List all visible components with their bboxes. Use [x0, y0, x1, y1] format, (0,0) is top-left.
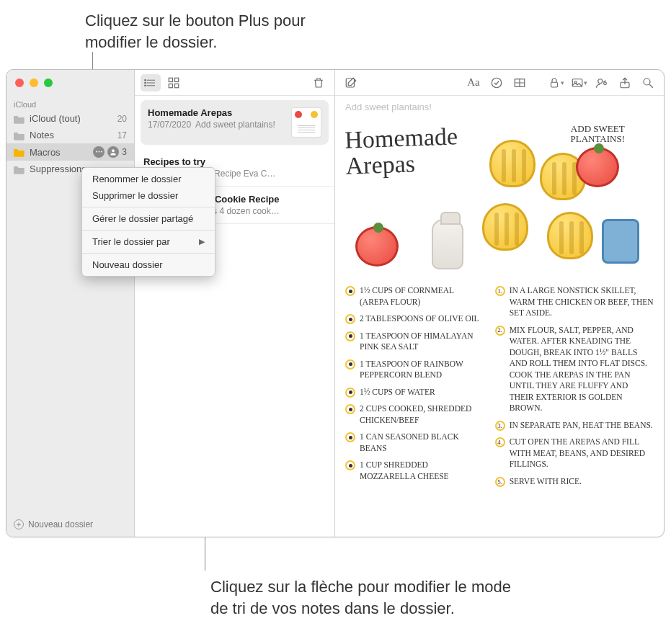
format-icon: Aa: [467, 76, 480, 89]
note-title: Homemade Arepas: [148, 107, 275, 118]
compose-icon: [345, 76, 357, 89]
pepper-drawing: [547, 212, 593, 259]
svg-rect-7: [169, 78, 172, 81]
svg-line-23: [649, 84, 653, 88]
sidebar-item-label: iCloud (tout): [30, 113, 81, 124]
plus-icon: +: [14, 519, 24, 529]
window-controls: [6, 70, 134, 96]
search-button[interactable]: [638, 74, 658, 91]
grid-view-button[interactable]: [164, 74, 184, 91]
menu-separator: [82, 207, 215, 207]
ingredient-item: 1 can seasoned black beans: [345, 431, 481, 454]
shared-icon: [107, 146, 119, 158]
new-folder-label: Nouveau dossier: [28, 519, 93, 529]
ingredient-item: 2 tablespoons of olive oil: [345, 313, 481, 325]
annotation-bottom: Cliquez sur la flèche pour modifier le m…: [210, 576, 513, 619]
pepper-drawing: [482, 203, 528, 251]
svg-rect-10: [175, 84, 179, 87]
table-button[interactable]: [510, 74, 530, 91]
list-view-button[interactable]: [141, 74, 161, 91]
step-number-icon: 2.: [495, 326, 505, 336]
can-drawing: [602, 219, 639, 264]
lock-icon: [548, 76, 561, 89]
format-button[interactable]: Aa: [463, 74, 484, 91]
menu-sort-folder-by[interactable]: Trier le dossier par ▶: [82, 233, 215, 250]
step-number-icon: 5.: [495, 477, 505, 487]
sidebar-item-count: 17: [117, 130, 127, 140]
menu-separator: [82, 253, 215, 254]
search-icon: [641, 76, 654, 89]
hand-title: HomemadeArepas: [345, 123, 459, 179]
ingredient-item: 1 teaspoon of Himalayan pink sea salt: [345, 331, 481, 353]
menu-delete-folder[interactable]: Supprimer le dossier: [82, 187, 215, 204]
bullet-icon: [345, 388, 355, 398]
compose-button[interactable]: [341, 74, 361, 91]
step-item: 5.Serve with rice.: [495, 476, 654, 488]
folder-context-menu: Renommer le dossier Supprimer le dossier…: [81, 167, 215, 277]
folder-shared-icon: [14, 147, 25, 157]
zoom-window-button[interactable]: [44, 79, 53, 87]
step-item: 3.In separate pan, heat the beans.: [495, 420, 654, 431]
tomato-drawing: [576, 147, 619, 187]
sidebar-item-label: Notes: [30, 130, 54, 140]
svg-rect-8: [175, 78, 179, 81]
menu-new-folder[interactable]: Nouveau dossier: [82, 256, 215, 273]
minimize-window-button[interactable]: [30, 79, 38, 87]
share-button[interactable]: [615, 74, 635, 91]
content-toolbar: Aa ▾ ▾: [335, 70, 664, 96]
menu-rename-folder[interactable]: Renommer le dossier: [82, 171, 215, 187]
pepper-drawing: [489, 140, 536, 187]
checklist-icon: [490, 76, 503, 89]
photo-icon: [571, 76, 584, 89]
menu-separator: [82, 230, 215, 231]
shaker-drawing: [432, 219, 463, 269]
sidebar-item-icloud-all[interactable]: iCloud (tout) 20: [6, 110, 134, 127]
chevron-down-icon: ▾: [561, 79, 564, 86]
svg-point-20: [604, 81, 607, 84]
collaborate-icon: [595, 76, 608, 89]
note-subtitle: 17/07/2020 Add sweet plantains!: [148, 120, 275, 130]
svg-rect-9: [169, 84, 172, 87]
step-item: 4.Cut open the arepas and fill with meat…: [495, 437, 654, 470]
recipe-columns: 1½ cups of cornmeal (arepa flour)2 table…: [345, 285, 654, 493]
ingredient-item: 1 cup shredded mozzarella cheese: [345, 460, 481, 482]
new-folder-button[interactable]: + Nouveau dossier: [6, 512, 134, 537]
sidebar-item-count: 20: [117, 114, 127, 124]
lock-button[interactable]: ▾: [546, 74, 566, 91]
note-illustration: HomemadeArepas ADD SWEETPLANTAINS!: [345, 118, 654, 282]
sidebar: iCloud iCloud (tout) 20 Notes 17 Macros …: [6, 70, 135, 537]
trash-icon: [312, 76, 325, 89]
note-canvas[interactable]: Add sweet plantains! HomemadeArepas ADD …: [335, 96, 664, 537]
ingredient-item: 1½ cups of cornmeal (arepa flour): [345, 285, 481, 308]
note-list: Homemade Arepas 17/07/2020 Add sweet pla…: [135, 70, 335, 537]
svg-point-6: [145, 85, 146, 86]
folder-icon: [14, 114, 25, 124]
bullet-icon: [345, 460, 355, 470]
close-window-button[interactable]: [15, 79, 24, 87]
note-content: Aa ▾ ▾: [335, 70, 664, 537]
checklist-button[interactable]: [486, 74, 507, 91]
svg-point-4: [145, 79, 146, 81]
more-button[interactable]: ⋯: [93, 146, 105, 158]
svg-point-19: [598, 79, 603, 83]
list-icon: [144, 76, 157, 89]
sidebar-item-notes[interactable]: Notes 17: [6, 127, 134, 143]
media-button[interactable]: ▾: [569, 74, 589, 91]
delete-note-button[interactable]: [308, 74, 329, 91]
note-row-selected[interactable]: Homemade Arepas 17/07/2020 Add sweet pla…: [141, 100, 329, 145]
collaborate-button[interactable]: [592, 74, 612, 91]
svg-point-22: [644, 79, 650, 85]
menu-manage-shared-folder[interactable]: Gérer le dossier partagé: [82, 210, 215, 227]
svg-point-5: [145, 82, 146, 84]
step-number-icon: 4.: [495, 437, 505, 447]
ingredient-item: 1 teaspoon of rainbow peppercorn blend: [345, 359, 481, 381]
ingredient-item: 2 cups cooked, shredded chicken/beef: [345, 403, 481, 426]
ingredient-list: 1½ cups of cornmeal (arepa flour)2 table…: [345, 285, 481, 493]
hand-annotation: ADD SWEETPLANTAINS!: [570, 124, 625, 145]
note-thumbnail: [291, 107, 321, 138]
svg-rect-16: [551, 82, 557, 87]
step-number-icon: 1.: [495, 286, 505, 296]
note-first-line: Add sweet plantains!: [345, 96, 654, 114]
menu-item-label: Trier le dossier par: [92, 236, 170, 247]
sidebar-item-macros[interactable]: Macros ⋯ 3: [6, 143, 134, 161]
